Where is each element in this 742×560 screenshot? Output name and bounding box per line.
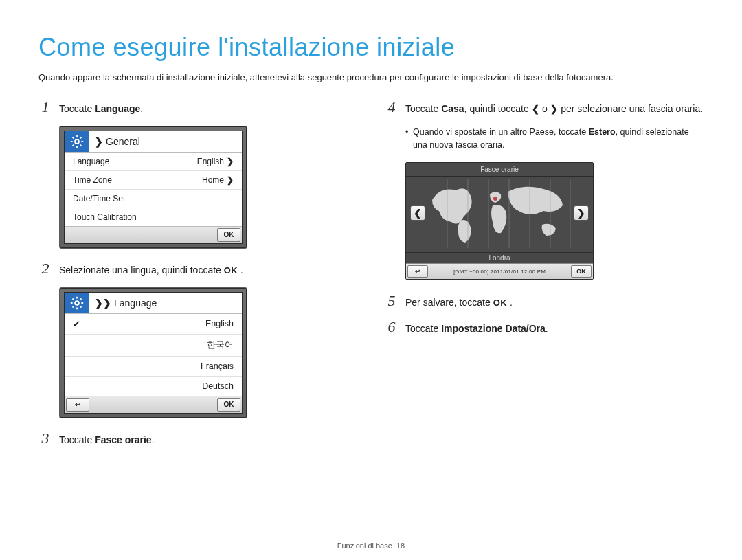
- intro-text: Quando appare la schermata di installazi…: [38, 71, 704, 85]
- camera-screen-general: ❯ General Language English❯ Time Zone Ho…: [59, 126, 247, 249]
- step-4-substep: • Quando vi spostate in un altro Paese, …: [405, 126, 704, 152]
- language-label: 한국어: [207, 339, 234, 351]
- footer-section: Funzioni di base: [337, 541, 392, 550]
- world-map-area: ❮ ❯: [406, 177, 593, 252]
- step-4: 4 Toccate Casa, quindi toccate ❮ o ❯ per…: [385, 100, 704, 116]
- menu-item-datetime[interactable]: Date/Time Set: [65, 190, 242, 208]
- menu-item-label: Time Zone: [73, 175, 112, 185]
- step-text: Toccate Casa, quindi toccate ❮ o ❯ per s…: [405, 100, 703, 116]
- ok-glyph: OK: [224, 265, 238, 276]
- timezone-prev-button[interactable]: ❮: [410, 205, 425, 221]
- step-text: Toccate Language.: [59, 100, 143, 116]
- svg-point-1: [75, 301, 79, 305]
- footer-bar: ↩ [GMT +00:00] 2011/01/01 12:00 PM OK: [406, 263, 593, 279]
- gear-icon: [65, 293, 89, 313]
- svg-point-0: [75, 139, 79, 144]
- menu-item-label: Touch Calibration: [73, 212, 137, 222]
- page-footer: Funzioni di base 18: [0, 541, 742, 550]
- camera-screen-timezone: Fasce orarie: [405, 162, 594, 280]
- step-number: 3: [38, 431, 52, 446]
- right-column: 4 Toccate Casa, quindi toccate ❮ o ❯ per…: [385, 100, 704, 457]
- screen-header: ❯❯ Language: [65, 293, 242, 314]
- step-number: 6: [385, 320, 398, 335]
- step-5: 5 Per salvare, toccate OK .: [385, 293, 704, 310]
- step-text: Per salvare, toccate OK .: [405, 293, 513, 310]
- step-text: Selezionate una lingua, quindi toccate O…: [59, 261, 243, 278]
- world-map-icon: [427, 179, 571, 248]
- breadcrumb: ❯ General: [89, 136, 146, 147]
- step-text: Toccate Fasce orarie.: [59, 431, 155, 447]
- back-button[interactable]: ↩: [407, 265, 428, 278]
- footer-bar: ↩ OK: [65, 396, 242, 413]
- breadcrumb-label: Language: [114, 298, 157, 309]
- screen-title: Fasce orarie: [406, 163, 593, 177]
- gmt-label: [GMT +00:00] 2011/01/01 12:00 PM: [453, 269, 546, 275]
- columns: 1 Toccate Language. ❯ General: [38, 100, 704, 457]
- city-marker-icon: [493, 197, 497, 201]
- menu-item-value: Home: [202, 175, 224, 185]
- language-option-german[interactable]: Deutsch: [65, 377, 242, 396]
- chevron-right-icon: ❯❯: [95, 298, 111, 309]
- menu-item-touch-calibration[interactable]: Touch Calibration: [65, 208, 242, 226]
- left-column: 1 Toccate Language. ❯ General: [38, 100, 357, 457]
- ok-button[interactable]: OK: [217, 398, 240, 412]
- ok-button[interactable]: OK: [217, 228, 240, 242]
- breadcrumb-label: General: [106, 136, 140, 147]
- camera-screen-language: ❯❯ Language ✔ English 한국어: [59, 287, 247, 418]
- step-2: 2 Selezionate una lingua, quindi toccate…: [38, 261, 357, 278]
- language-label: Deutsch: [202, 381, 234, 391]
- menu-list: Language English❯ Time Zone Home❯ Date/T…: [65, 153, 242, 226]
- city-label: Londra: [406, 252, 593, 263]
- arrow-right-icon: ❯: [550, 104, 559, 114]
- step-text: Toccate Impostazione Data/Ora.: [405, 320, 548, 336]
- language-option-korean[interactable]: 한국어: [65, 335, 242, 357]
- language-list: ✔ English 한국어 Français: [65, 314, 242, 396]
- footer-bar: OK: [65, 226, 242, 243]
- menu-item-label: Date/Time Set: [73, 194, 125, 203]
- step-number: 1: [38, 100, 52, 115]
- footer-page-number: 18: [396, 541, 405, 550]
- timezone-next-button[interactable]: ❯: [574, 205, 589, 221]
- check-icon: ✔: [73, 319, 80, 329]
- chevron-right-icon: ❯: [227, 157, 234, 166]
- menu-item-value: English: [197, 157, 224, 166]
- language-option-french[interactable]: Français: [65, 357, 242, 377]
- menu-item-language[interactable]: Language English❯: [65, 153, 242, 171]
- step-1: 1 Toccate Language.: [38, 100, 357, 116]
- step-3: 3 Toccate Fasce orarie.: [38, 431, 357, 447]
- bullet-icon: •: [405, 126, 413, 152]
- arrow-left-icon: ❮: [532, 104, 540, 114]
- step-number: 4: [385, 100, 398, 115]
- ok-glyph: OK: [493, 298, 508, 308]
- page-title: Come eseguire l'installazione iniziale: [38, 33, 704, 62]
- chevron-right-icon: ❯: [95, 136, 103, 147]
- step-6: 6 Toccate Impostazione Data/Ora.: [385, 320, 704, 336]
- menu-item-label: Language: [73, 157, 109, 166]
- language-option-english[interactable]: ✔ English: [65, 314, 242, 335]
- language-label: Français: [201, 361, 234, 371]
- language-label: English: [205, 319, 234, 328]
- step-number: 5: [385, 293, 398, 309]
- menu-item-timezone[interactable]: Time Zone Home❯: [65, 171, 242, 190]
- step-number: 2: [38, 261, 52, 276]
- gear-icon: [65, 131, 89, 152]
- screen-header: ❯ General: [65, 131, 242, 153]
- back-button[interactable]: ↩: [66, 398, 89, 412]
- page: Come eseguire l'installazione iniziale Q…: [0, 0, 742, 457]
- chevron-right-icon: ❯: [227, 175, 234, 185]
- breadcrumb: ❯❯ Language: [89, 298, 162, 309]
- ok-button[interactable]: OK: [571, 265, 592, 278]
